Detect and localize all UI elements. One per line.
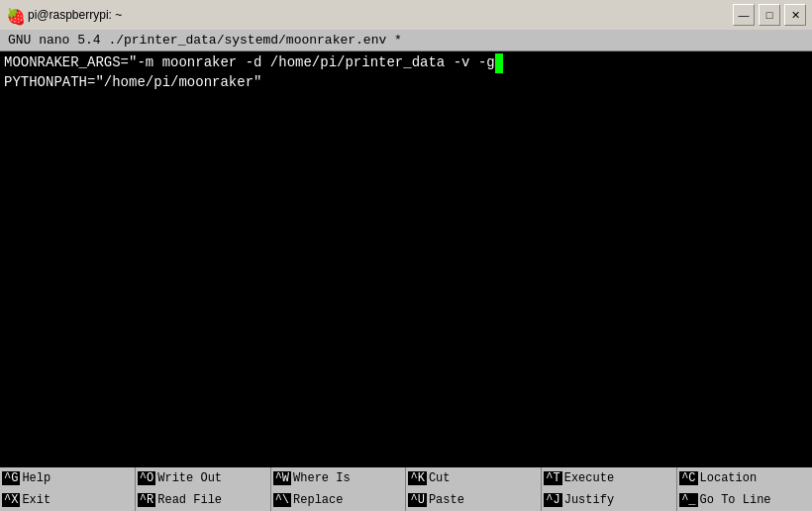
shortcut-item-help[interactable]: ^GHelp [0, 467, 135, 489]
shortcut-label: Where Is [293, 471, 351, 485]
shortcut-key: ^W [273, 471, 291, 485]
title-bar: 🍓 pi@raspberrypi: ~ — □ ✕ [0, 0, 812, 30]
editor-line-2: PYTHONPATH="/home/pi/moonraker" [4, 73, 808, 93]
shortcut-row-1: ^GHelp^OWrite Out^WWhere Is^KCut^TExecut… [0, 467, 812, 489]
shortcut-label: Cut [429, 471, 451, 485]
shortcut-label: Paste [429, 493, 464, 507]
title-bar-text: pi@raspberrypi: ~ [28, 8, 122, 22]
cursor [495, 53, 503, 73]
minimize-button[interactable]: — [733, 4, 755, 26]
shortcut-key: ^G [2, 471, 20, 485]
app-icon: 🍓 [6, 7, 22, 23]
close-button[interactable]: ✕ [784, 4, 806, 26]
editor-line-2-text: PYTHONPATH="/home/pi/moonraker" [4, 73, 261, 93]
shortcut-key: ^X [2, 493, 20, 507]
title-bar-left: 🍓 pi@raspberrypi: ~ [6, 7, 122, 23]
editor-line-1-text: MOONRAKER_ARGS="-m moonraker -d /home/pi… [4, 53, 495, 73]
shortcut-item-exit[interactable]: ^XExit [0, 489, 135, 511]
shortcut-label: Help [22, 471, 51, 485]
shortcut-key: ^U [408, 493, 426, 507]
shortcut-label: Write Out [157, 471, 222, 485]
editor-line-1: MOONRAKER_ARGS="-m moonraker -d /home/pi… [4, 53, 808, 73]
shortcut-bar: ^GHelp^OWrite Out^WWhere Is^KCut^TExecut… [0, 467, 812, 511]
shortcut-key: ^T [544, 471, 561, 485]
shortcut-item-execute[interactable]: ^TExecute [542, 467, 676, 489]
shortcut-label: Replace [293, 493, 343, 507]
maximize-button[interactable]: □ [759, 4, 780, 26]
title-bar-controls: — □ ✕ [733, 4, 806, 26]
shortcut-label: Justify [564, 493, 614, 507]
shortcut-label: Location [700, 471, 758, 485]
shortcut-item-where-is[interactable]: ^WWhere Is [271, 467, 406, 489]
shortcut-key: ^K [408, 471, 426, 485]
shortcut-item-replace[interactable]: ^\Replace [271, 489, 406, 511]
nano-menubar-text: GNU nano 5.4 ./printer_data/systemd/moon… [8, 33, 402, 48]
shortcut-key: ^\ [273, 493, 291, 507]
shortcut-label: Read File [157, 493, 222, 507]
shortcut-row-2: ^XExit^RRead File^\Replace^UPaste^JJusti… [0, 489, 812, 511]
shortcut-item-read-file[interactable]: ^RRead File [136, 489, 270, 511]
shortcut-item-write-out[interactable]: ^OWrite Out [136, 467, 270, 489]
shortcut-item-cut[interactable]: ^KCut [406, 467, 541, 489]
shortcut-key: ^C [679, 471, 697, 485]
shortcut-item-paste[interactable]: ^UPaste [406, 489, 541, 511]
nano-menubar: GNU nano 5.4 ./printer_data/systemd/moon… [0, 30, 812, 51]
shortcut-key: ^_ [679, 493, 697, 507]
shortcut-key: ^O [138, 471, 155, 485]
shortcut-key: ^R [138, 493, 155, 507]
shortcut-label: Go To Line [700, 493, 771, 507]
shortcut-item-justify[interactable]: ^JJustify [542, 489, 676, 511]
shortcut-label: Execute [564, 471, 614, 485]
shortcut-item-go-to-line[interactable]: ^_Go To Line [677, 489, 812, 511]
shortcut-label: Exit [22, 493, 51, 507]
editor-area[interactable]: MOONRAKER_ARGS="-m moonraker -d /home/pi… [0, 51, 812, 467]
shortcut-item-location[interactable]: ^CLocation [677, 467, 812, 489]
shortcut-key: ^J [544, 493, 561, 507]
